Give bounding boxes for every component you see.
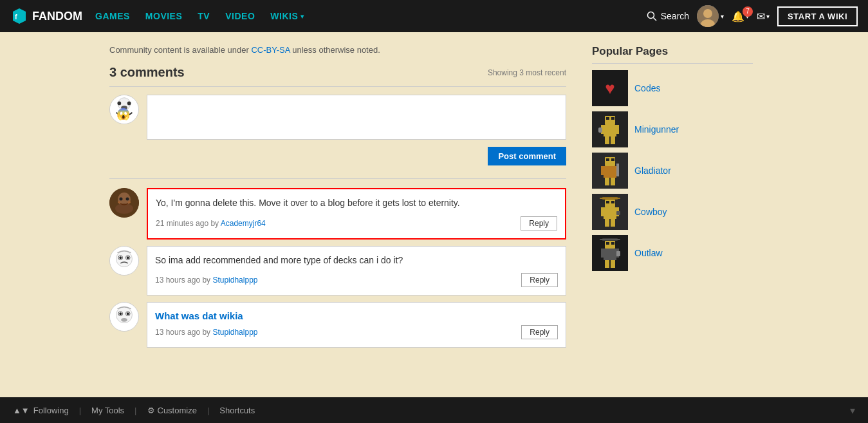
svg-point-9 — [117, 102, 121, 106]
post-comment-row: Post comment — [147, 147, 566, 165]
nav-wikis[interactable]: WIKIS ▾ — [270, 11, 304, 21]
svg-rect-49 — [605, 178, 609, 185]
popular-page-codes[interactable]: Codes — [592, 70, 753, 106]
svg-rect-63 — [600, 239, 620, 240]
codes-thumb-image — [592, 70, 628, 106]
comment-author-3[interactable]: Stupidhalppp — [212, 328, 257, 337]
fandom-logo[interactable]: f FANDOM — [10, 7, 82, 25]
svg-rect-39 — [598, 127, 602, 133]
popular-page-minigunner[interactable]: Minigunner — [592, 111, 753, 147]
svg-point-32 — [121, 318, 127, 322]
gladiator-thumbnail — [592, 153, 628, 189]
comment-text-2: So ima add recommended and more type of … — [155, 254, 558, 267]
avatar-1-image — [109, 188, 139, 218]
notifications-area: 🔔 7 ▾ — [732, 10, 749, 23]
reply-button-3[interactable]: Reply — [521, 325, 558, 339]
svg-point-17 — [126, 198, 129, 201]
notifications-button[interactable]: 🔔 7 ▾ — [732, 10, 749, 23]
comment-time-3: 13 hours ago by Stupidhalppp — [155, 328, 257, 337]
comment-item: Yo, I'm gonna delete this. Move it over … — [109, 188, 566, 240]
svg-rect-52 — [600, 198, 620, 199]
avatar-chevron-icon: ▾ — [721, 13, 724, 20]
comment-input-area: 😱 Post comment — [109, 95, 566, 165]
popular-page-outlaw[interactable]: Outlaw — [592, 235, 753, 271]
svg-point-2 — [647, 12, 654, 19]
svg-rect-34 — [606, 117, 609, 120]
fandom-text: FANDOM — [32, 10, 82, 23]
comment-title-3: What was dat wikia — [155, 310, 558, 321]
post-comment-button[interactable]: Post comment — [488, 147, 566, 165]
avatar-3-image — [110, 302, 138, 332]
section-divider — [109, 178, 566, 179]
cowboy-thumb-image — [592, 194, 628, 230]
svg-rect-66 — [611, 242, 614, 245]
svg-rect-71 — [605, 260, 609, 268]
outlaw-thumb-image — [592, 235, 628, 271]
svg-rect-57 — [601, 207, 606, 216]
svg-rect-55 — [611, 201, 614, 203]
notification-badge: 7 — [743, 6, 753, 17]
comment-avatar-3 — [109, 302, 139, 332]
start-wiki-button[interactable]: START A WIKI — [777, 6, 858, 26]
cowboy-link[interactable]: Cowboy — [634, 207, 667, 217]
nav-tv[interactable]: TV — [198, 11, 210, 21]
svg-rect-38 — [614, 125, 619, 134]
user-avatar[interactable] — [697, 5, 719, 27]
avatar-image — [697, 5, 719, 27]
svg-point-31 — [127, 312, 129, 315]
nav-video[interactable]: VIDEO — [225, 11, 255, 21]
codes-link[interactable]: Codes — [634, 83, 660, 93]
svg-rect-41 — [611, 136, 615, 144]
mail-button[interactable]: ✉ ▾ — [757, 10, 770, 23]
comment-body-3: What was dat wikia 13 hours ago by Stupi… — [147, 302, 566, 348]
popular-page-cowboy[interactable]: Cowboy — [592, 194, 753, 230]
avatar-2-image — [110, 246, 138, 276]
comment-meta-3: 13 hours ago by Stupidhalppp Reply — [155, 325, 558, 339]
cc-by-sa-link[interactable]: CC-BY-SA — [251, 45, 290, 55]
mail-chevron-icon: ▾ — [766, 13, 770, 20]
license-bar: Community content is available under CC-… — [109, 45, 566, 55]
main-layout: Community content is available under CC-… — [0, 32, 868, 367]
svg-rect-60 — [605, 219, 609, 227]
gladiator-thumb-image — [592, 153, 628, 189]
gladiator-link[interactable]: Gladiator — [634, 165, 671, 176]
minigunner-link[interactable]: Minigunner — [634, 124, 679, 135]
comment-textarea[interactable] — [147, 95, 566, 140]
minigunner-thumbnail — [592, 111, 628, 147]
reply-button-2[interactable]: Reply — [521, 273, 558, 287]
user-avatar-area[interactable]: ▾ — [697, 5, 724, 27]
current-user-avatar: 😱 — [109, 95, 139, 124]
comment-author-2[interactable]: Stupidhalppp — [212, 276, 257, 285]
popular-page-gladiator[interactable]: Gladiator — [592, 153, 753, 189]
wikis-chevron-icon: ▾ — [300, 13, 304, 20]
svg-line-3 — [653, 18, 656, 21]
outlaw-link[interactable]: Outlaw — [634, 248, 663, 258]
svg-point-30 — [119, 312, 122, 315]
svg-rect-35 — [611, 117, 614, 120]
comments-count: 3 comments — [109, 65, 185, 80]
comment-text-1: Yo, I'm gonna delete this. Move it over … — [156, 197, 557, 210]
search-button[interactable]: Search — [647, 11, 689, 21]
sidebar: Popular Pages Codes — [579, 32, 766, 367]
comment-author-1[interactable]: Academyjr64 — [221, 219, 266, 228]
nav-movies[interactable]: MOVIES — [145, 11, 182, 21]
svg-rect-46 — [601, 166, 606, 175]
mail-area: ✉ ▾ — [757, 10, 770, 23]
nav-right: Search ▾ 🔔 7 ▾ ✉ ▾ ST — [647, 5, 858, 27]
svg-rect-72 — [611, 260, 615, 268]
svg-rect-50 — [611, 178, 615, 185]
reply-button-1[interactable]: Reply — [521, 216, 557, 230]
comment-meta-1: 21 minutes ago by Academyjr64 Reply — [156, 216, 557, 230]
svg-point-25 — [127, 256, 129, 259]
comment-avatar-1 — [109, 188, 139, 218]
comment-avatar-2 — [109, 246, 139, 276]
svg-text:😱: 😱 — [116, 108, 131, 121]
mail-icon: ✉ — [757, 10, 765, 23]
svg-rect-70 — [616, 251, 620, 256]
svg-rect-65 — [606, 242, 609, 245]
svg-rect-40 — [605, 136, 609, 144]
svg-rect-54 — [606, 201, 609, 203]
nav-games[interactable]: GAMES — [95, 11, 130, 21]
search-icon — [647, 11, 657, 21]
comment-time-1: 21 minutes ago by Academyjr64 — [156, 219, 266, 228]
